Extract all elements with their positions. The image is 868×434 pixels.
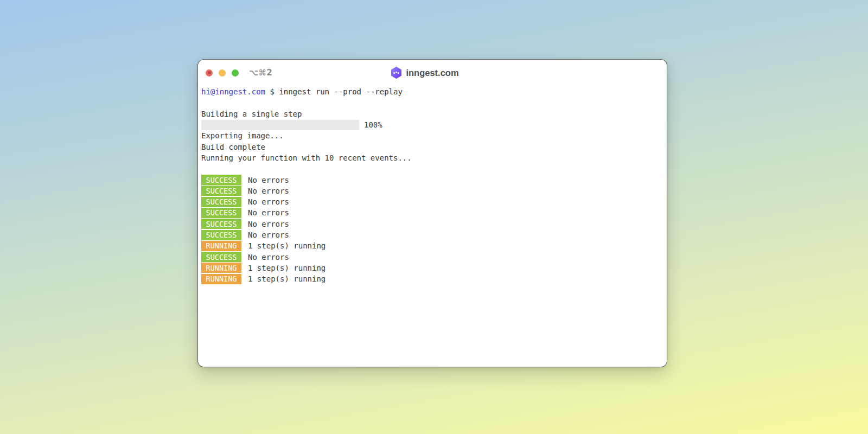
status-badge: RUNNING xyxy=(201,263,241,273)
status-badge: SUCCESS xyxy=(201,252,241,262)
run-result-row: SUCCESS No errors xyxy=(201,207,667,218)
result-message: 1 step(s) running xyxy=(248,264,326,272)
progress-percent-label: 100% xyxy=(364,120,382,129)
prompt-symbol: $ xyxy=(270,87,274,96)
result-message: No errors xyxy=(248,187,289,195)
result-message: 1 step(s) running xyxy=(248,241,326,250)
status-badge: SUCCESS xyxy=(201,186,241,196)
minimize-button[interactable] xyxy=(219,69,226,76)
run-result-row: RUNNING 1 step(s) running xyxy=(201,263,667,273)
window-titlebar: ⌥⌘2 inngest.com xyxy=(198,60,667,86)
status-badge: SUCCESS xyxy=(201,230,241,240)
zoom-button[interactable] xyxy=(232,69,239,76)
close-button[interactable] xyxy=(206,69,213,76)
run-result-row: SUCCESS No errors xyxy=(201,229,667,240)
page-title: inngest.com xyxy=(406,68,458,78)
prompt-user: hi@inngest.com xyxy=(201,87,265,96)
status-badge: RUNNING xyxy=(201,274,241,284)
command-prompt-line: hi@inngest.com $ inngest run --prod --re… xyxy=(201,86,667,97)
run-results-list: SUCCESS No errors SUCCESS No errors SUCC… xyxy=(201,174,667,284)
result-message: No errors xyxy=(248,208,289,217)
result-message: No errors xyxy=(248,197,289,206)
run-result-row: SUCCESS No errors xyxy=(201,174,667,185)
run-result-row: RUNNING 1 step(s) running xyxy=(201,240,667,251)
result-message: No errors xyxy=(248,176,289,184)
tab-shortcut-label: ⌥⌘2 xyxy=(249,60,272,86)
terminal-content[interactable]: hi@inngest.com $ inngest run --prod --re… xyxy=(198,86,667,284)
result-message: No errors xyxy=(248,231,289,239)
traffic-lights xyxy=(206,60,239,86)
run-result-row: SUCCESS No errors xyxy=(201,196,667,207)
command-text: inngest run --prod --replay xyxy=(279,87,403,96)
progress-line: 100% xyxy=(201,119,667,130)
run-result-row: RUNNING 1 step(s) running xyxy=(201,273,667,284)
output-line: Exporting image... xyxy=(201,130,667,141)
window-title: inngest.com xyxy=(391,67,458,79)
terminal-window: ⌥⌘2 inngest.com hi@ xyxy=(197,59,667,367)
status-badge: RUNNING xyxy=(201,241,241,251)
run-result-row: SUCCESS No errors xyxy=(201,186,667,196)
output-line: Build complete xyxy=(201,141,667,152)
result-message: No errors xyxy=(248,220,289,228)
result-message: No errors xyxy=(248,253,289,261)
status-badge: SUCCESS xyxy=(201,175,241,185)
progress-bar xyxy=(201,120,359,130)
status-badge: SUCCESS xyxy=(201,208,241,218)
inngest-logo-icon xyxy=(391,67,402,79)
run-result-row: SUCCESS No errors xyxy=(201,251,667,262)
status-badge: SUCCESS xyxy=(201,197,241,207)
status-badge: SUCCESS xyxy=(201,219,241,229)
result-message: 1 step(s) running xyxy=(248,275,326,283)
run-result-row: SUCCESS No errors xyxy=(201,219,667,229)
output-line: Running your function with 10 recent eve… xyxy=(201,152,667,163)
build-step-label: Building a single step xyxy=(201,108,667,119)
blank-line xyxy=(201,163,667,174)
blank-line xyxy=(201,97,667,108)
